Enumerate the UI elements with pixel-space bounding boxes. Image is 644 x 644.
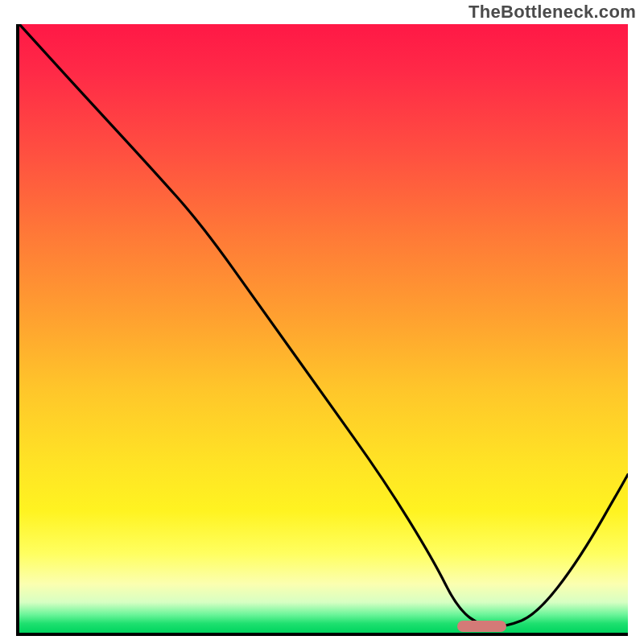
plot-area (16, 24, 628, 636)
curve-path (19, 24, 628, 626)
bottleneck-curve (19, 24, 628, 633)
watermark-label: TheBottleneck.com (469, 2, 636, 23)
optimal-range-marker (457, 621, 506, 632)
